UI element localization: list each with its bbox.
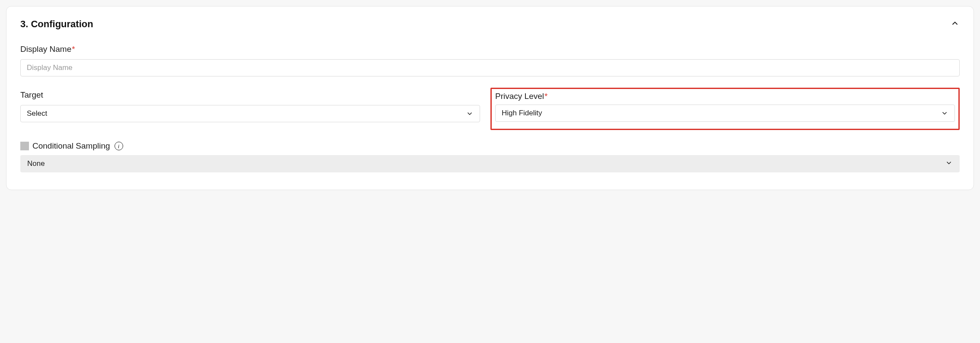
collapse-toggle[interactable] bbox=[950, 19, 960, 30]
required-star: * bbox=[72, 44, 75, 54]
conditional-sampling-label: Conditional Sampling bbox=[32, 141, 110, 151]
target-select-value: Select bbox=[27, 109, 466, 118]
display-name-label-text: Display Name bbox=[20, 44, 71, 54]
target-label: Target bbox=[20, 90, 480, 100]
target-select[interactable]: Select bbox=[20, 105, 480, 122]
panel-header: 3. Configuration bbox=[20, 19, 960, 30]
section-title: 3. Configuration bbox=[20, 19, 93, 30]
privacy-level-highlight: Privacy Level* High Fidelity bbox=[490, 88, 960, 130]
privacy-level-select-value: High Fidelity bbox=[502, 109, 941, 118]
target-privacy-row: Target Select Privacy Level* High Fideli… bbox=[20, 88, 960, 130]
chevron-up-icon bbox=[950, 19, 960, 28]
privacy-level-select[interactable]: High Fidelity bbox=[495, 105, 955, 122]
configuration-panel: 3. Configuration Display Name* Target Se… bbox=[6, 6, 974, 190]
required-star: * bbox=[544, 92, 547, 101]
conditional-sampling-checkbox[interactable] bbox=[20, 142, 29, 150]
privacy-level-label: Privacy Level* bbox=[495, 92, 955, 101]
target-field: Target Select bbox=[20, 88, 480, 130]
chevron-down-icon bbox=[466, 110, 474, 118]
conditional-sampling-value: None bbox=[27, 159, 945, 168]
chevron-down-icon bbox=[945, 159, 953, 169]
display-name-input[interactable] bbox=[20, 59, 960, 76]
display-name-label: Display Name* bbox=[20, 44, 960, 54]
chevron-down-icon bbox=[941, 109, 948, 117]
conditional-sampling-row: Conditional Sampling i bbox=[20, 141, 960, 151]
display-name-field: Display Name* bbox=[20, 44, 960, 76]
info-icon[interactable]: i bbox=[115, 142, 123, 150]
privacy-level-label-text: Privacy Level bbox=[495, 92, 544, 101]
conditional-sampling-select[interactable]: None bbox=[20, 155, 960, 172]
